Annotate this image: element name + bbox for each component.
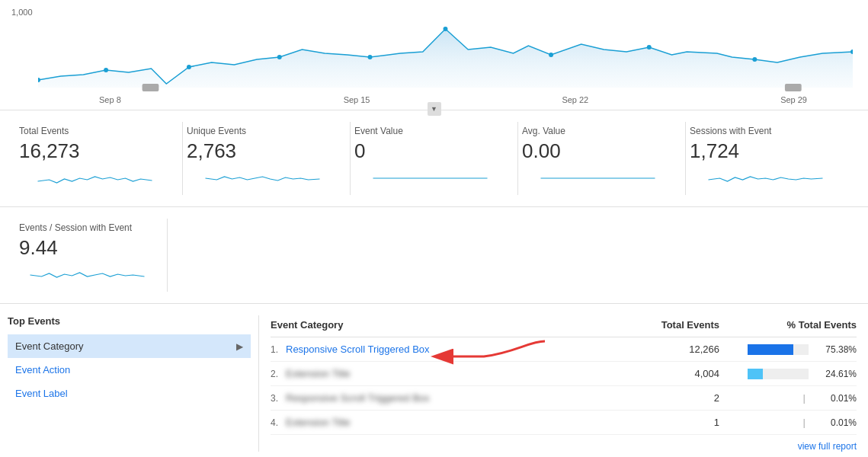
view-full-report-link[interactable]: view full report xyxy=(271,435,857,452)
events-table: Event Category Total Events % Total Even… xyxy=(259,315,868,452)
metric-label-total-events: Total Events xyxy=(19,126,171,136)
x-label-sep22: Sep 22 xyxy=(562,95,588,104)
row-bar-3: | 0.01% xyxy=(719,392,857,404)
row-num-2: 2. xyxy=(271,369,286,379)
row-total-4: 1 xyxy=(643,417,719,428)
main-chart: 1,000 Sep 8 Sep 15 Sep 22 Sep 29 xyxy=(0,0,868,110)
metric-label-sessions-with-event: Sessions with Event xyxy=(690,126,841,136)
percent-text-3: 0.01% xyxy=(815,393,857,404)
bar-fill-1 xyxy=(748,344,793,355)
row-bar-2: 24.61% xyxy=(719,369,857,379)
bar-bg-2 xyxy=(748,369,809,379)
bottom-section: Top Events Event Category ▶ Event Action… xyxy=(0,304,868,457)
row-name-1[interactable]: Responsive Scroll Triggered Box xyxy=(286,344,643,355)
metric-events-per-session: Events / Session with Event 9.44 xyxy=(15,219,168,292)
nav-item-event-action[interactable]: Event Action xyxy=(8,358,251,382)
chart-y-label: 1,000 xyxy=(11,8,33,17)
bar-bg-1 xyxy=(748,344,809,355)
chevron-down-icon: ▼ xyxy=(431,105,437,113)
svg-rect-11 xyxy=(143,84,159,91)
sparkline-sessions-with-event xyxy=(690,168,841,189)
chart-collapse-button[interactable]: ▼ xyxy=(428,102,441,116)
percent-text-4: 0.01% xyxy=(815,417,857,428)
x-label-sep8: Sep 8 xyxy=(99,95,121,104)
arrow-icon-event-category: ▶ xyxy=(236,341,243,352)
metric-avg-value: Avg. Value 0.00 xyxy=(518,122,686,195)
svg-point-3 xyxy=(187,65,191,69)
nav-label-event-action: Event Action xyxy=(15,364,70,376)
col-header-category: Event Category xyxy=(271,319,643,331)
metrics-row-2: Events / Session with Event 9.44 xyxy=(0,207,868,304)
nav-item-event-label[interactable]: Event Label xyxy=(8,382,251,405)
metric-label-event-value: Event Value xyxy=(354,126,506,136)
svg-point-4 xyxy=(277,55,282,59)
sparkline-avg-value xyxy=(522,168,674,189)
metrics-row-1: Total Events 16,273 Unique Events 2,763 … xyxy=(0,110,868,207)
left-navigation: Top Events Event Category ▶ Event Action… xyxy=(0,315,259,452)
nav-label-event-label: Event Label xyxy=(15,388,68,399)
row-num-1: 1. xyxy=(271,344,286,355)
metric-label-avg-value: Avg. Value xyxy=(522,126,674,136)
table-row: 1. Responsive Scroll Triggered Box 12,26… xyxy=(271,337,857,362)
table-row: 2. Extension Title 4,004 24.61% xyxy=(271,362,857,386)
metric-event-value: Event Value 0 xyxy=(351,122,518,195)
metric-unique-events: Unique Events 2,763 xyxy=(183,122,351,195)
metric-value-total-events: 16,273 xyxy=(19,139,171,163)
row-total-1: 12,266 xyxy=(643,344,719,355)
sparkline-unique-events xyxy=(187,168,338,189)
svg-marker-0 xyxy=(38,29,853,88)
metric-label-events-per-session: Events / Session with Event xyxy=(19,222,155,233)
col-header-percent: % Total Events xyxy=(719,319,857,331)
row-name-4[interactable]: Extension Title xyxy=(286,417,643,428)
svg-point-8 xyxy=(647,45,652,50)
metric-value-unique-events: 2,763 xyxy=(187,139,338,163)
table-row: 4. Extension Title 1 | 0.01% xyxy=(271,411,857,435)
metric-value-events-per-session: 9.44 xyxy=(19,236,155,260)
svg-point-6 xyxy=(444,27,448,31)
svg-point-9 xyxy=(752,57,757,62)
metric-total-events: Total Events 16,273 xyxy=(15,122,183,195)
line-chart-svg xyxy=(38,8,853,91)
chart-x-labels: Sep 8 Sep 15 Sep 22 Sep 29 xyxy=(38,94,853,104)
svg-point-7 xyxy=(549,53,553,57)
metric-label-unique-events: Unique Events xyxy=(187,126,338,136)
svg-point-5 xyxy=(368,55,373,59)
x-label-sep15: Sep 15 xyxy=(344,95,370,104)
metric-sessions-with-event: Sessions with Event 1,724 xyxy=(686,122,853,195)
sparkline-total-events xyxy=(19,168,171,189)
sparkline-event-value xyxy=(354,168,506,189)
row-bar-4: | 0.01% xyxy=(719,417,857,428)
percent-text-2: 24.61% xyxy=(815,369,857,379)
row-name-3[interactable]: Responsive Scroll Triggered Box xyxy=(286,392,643,404)
table-header: Event Category Total Events % Total Even… xyxy=(271,315,857,337)
metric-value-event-value: 0 xyxy=(354,139,506,163)
metric-value-avg-value: 0.00 xyxy=(522,139,674,163)
sparkline-events-per-session xyxy=(19,264,155,286)
x-label-sep29: Sep 29 xyxy=(780,95,807,104)
table-row: 3. Responsive Scroll Triggered Box 2 | 0… xyxy=(271,386,857,411)
svg-rect-12 xyxy=(785,84,802,91)
svg-point-2 xyxy=(104,68,108,72)
row-bar-1: 75.38% xyxy=(719,344,857,355)
row-total-2: 4,004 xyxy=(643,368,719,379)
bar-fill-2 xyxy=(748,369,763,379)
percent-text-1: 75.38% xyxy=(815,344,857,355)
row-num-3: 3. xyxy=(271,393,286,404)
nav-item-event-category[interactable]: Event Category ▶ xyxy=(8,334,251,358)
row-name-2[interactable]: Extension Title xyxy=(286,368,643,379)
col-header-total: Total Events xyxy=(643,319,719,331)
metric-value-sessions-with-event: 1,724 xyxy=(690,139,841,163)
row-total-3: 2 xyxy=(643,392,719,404)
nav-label-event-category: Event Category xyxy=(15,340,84,352)
row-num-4: 4. xyxy=(271,417,286,428)
top-events-title: Top Events xyxy=(8,315,251,327)
